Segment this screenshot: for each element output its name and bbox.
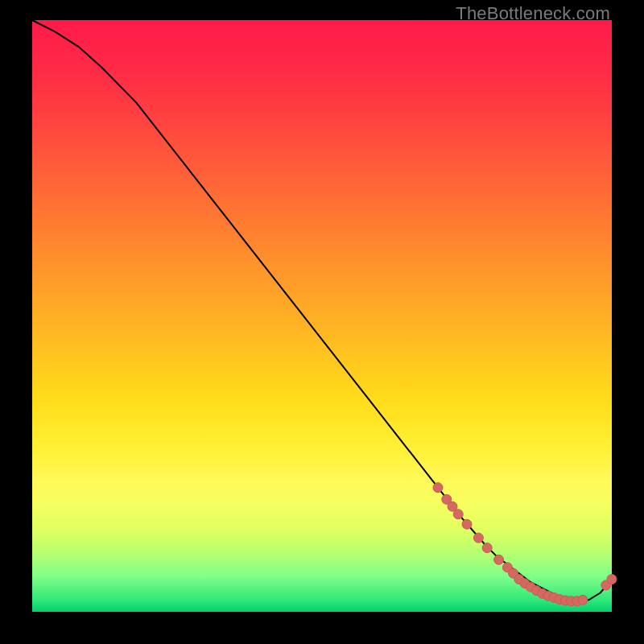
- plot-area: [32, 20, 612, 612]
- curve-marker: [473, 533, 483, 543]
- curve-marker: [462, 519, 472, 529]
- curve-marker: [494, 555, 504, 564]
- curve-marker: [482, 543, 492, 553]
- chart-frame: TheBottleneck.com: [0, 0, 644, 644]
- curve-marker: [578, 595, 588, 605]
- curve-marker: [433, 483, 443, 493]
- bottleneck-curve: [32, 20, 612, 601]
- curve-marker: [453, 510, 463, 519]
- curve-marker: [607, 575, 617, 584]
- chart-svg: [32, 20, 612, 612]
- curve-markers: [433, 483, 617, 606]
